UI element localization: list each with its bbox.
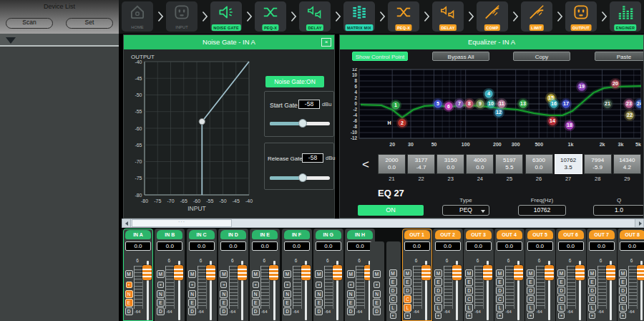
channel-strip-out-1[interactable]: OUT 10.06-64MEDCL+ — [402, 229, 432, 321]
device-dropdown[interactable] — [0, 34, 119, 47]
strip-button-e[interactable]: E — [496, 278, 504, 286]
strip-button-e[interactable]: E — [404, 278, 411, 286]
channel-strip-out-7[interactable]: OUT 70.06-64MEDCL+ — [587, 229, 617, 321]
channel-gain-value[interactable]: 0.0 — [316, 241, 341, 251]
fader-handle[interactable] — [483, 265, 492, 280]
strip-button-l[interactable]: L — [588, 304, 596, 312]
channel-gain-value[interactable]: 0.0 — [589, 241, 615, 251]
strip-button-plus[interactable]: + — [374, 282, 380, 288]
fader-handle[interactable] — [545, 265, 554, 280]
strip-button-e[interactable]: E — [434, 278, 442, 286]
strip-button-d[interactable]: D — [283, 307, 291, 315]
channel-gain-value[interactable]: 0.0 — [404, 241, 430, 251]
strip-button-n[interactable]: N — [252, 290, 260, 298]
channel-strip-out-3[interactable]: OUT 30.06-64MEDCL+ — [464, 229, 494, 321]
channel-strip-in-c[interactable]: IN C0.06-64M+NED — [187, 229, 217, 321]
strip-button-d[interactable]: D — [557, 287, 565, 294]
strip-button-plus[interactable]: + — [157, 282, 164, 288]
strip-button-d[interactable]: D — [347, 307, 355, 315]
strip-button-d[interactable]: D — [252, 307, 260, 315]
mini-strip[interactable]: MEDCL+ — [386, 241, 401, 321]
strip-button-e[interactable]: E — [125, 299, 133, 307]
strip-button-e[interactable]: E — [157, 299, 165, 307]
strip-button-m[interactable]: M — [125, 270, 133, 278]
strip-button-n[interactable]: N — [188, 290, 196, 298]
channel-gain-value[interactable]: 0.0 — [125, 241, 151, 251]
channel-gain-value[interactable]: 0.0 — [157, 241, 182, 251]
q-field[interactable]: 1.0 — [593, 205, 644, 216]
strip-button-d[interactable]: D — [465, 287, 473, 294]
strip-button-l[interactable]: L — [434, 304, 442, 312]
strip-button-m[interactable]: M — [252, 270, 260, 278]
strip-button-e[interactable]: E — [188, 299, 196, 307]
strip-button-c[interactable]: C — [404, 295, 411, 303]
strip-button-m[interactable]: M — [157, 270, 165, 278]
nav-item-delay[interactable]: DELAY — [432, 1, 464, 32]
strip-button-m[interactable]: M — [347, 270, 355, 278]
scroll-right-button[interactable] — [635, 219, 643, 227]
eq-point-8[interactable]: 8 — [464, 98, 475, 110]
eq-point-10[interactable]: 10 — [485, 98, 497, 110]
strip-button-d[interactable]: D — [588, 287, 596, 294]
fader-handle[interactable] — [174, 265, 183, 280]
eq-point-9[interactable]: 9 — [474, 98, 486, 110]
strip-button-e[interactable]: E — [557, 278, 565, 286]
strip-button-plus[interactable]: + — [466, 312, 472, 319]
strip-button-plus[interactable]: + — [390, 312, 396, 319]
eq-point-13[interactable]: 13 — [517, 98, 529, 110]
release-gate-slider[interactable] — [270, 173, 330, 182]
strip-button-c[interactable]: C — [389, 295, 397, 303]
close-icon[interactable]: × — [321, 38, 331, 47]
set-button[interactable]: Set — [66, 18, 113, 29]
nav-item-noise-gate[interactable]: NOISE GATE — [210, 1, 242, 32]
eq-point-17[interactable]: 17 — [560, 98, 572, 110]
strip-button-m[interactable]: M — [315, 270, 323, 278]
strip-button-m[interactable]: M — [496, 269, 504, 277]
strip-button-d[interactable]: D — [315, 307, 323, 315]
fader-handle[interactable] — [238, 265, 247, 280]
nav-item-peq-x[interactable]: PEQ-X — [388, 1, 419, 32]
eq-graph[interactable]: 121086420-2-4-6-8-10-1220305010020030050… — [342, 68, 643, 153]
strip-button-n[interactable]: N — [125, 290, 133, 298]
strip-button-plus[interactable]: + — [189, 282, 195, 288]
strip-button-n[interactable]: N — [373, 290, 381, 298]
copy-button[interactable]: Copy — [513, 52, 570, 61]
strip-button-plus[interactable]: + — [284, 282, 291, 288]
strip-button-d[interactable]: D — [125, 307, 133, 315]
scan-button[interactable]: Scan — [6, 18, 53, 29]
channel-gain-value[interactable]: 0.0 — [284, 241, 310, 251]
eq-band-29[interactable]: 143404.2 — [613, 154, 641, 174]
strip-button-m[interactable]: M — [283, 270, 291, 278]
strip-button-d[interactable]: D — [527, 287, 535, 294]
scrollbar-thumb[interactable] — [132, 219, 232, 227]
strip-button-d[interactable]: D — [389, 287, 397, 294]
eq-band-23[interactable]: 31500.0 — [436, 154, 464, 174]
eq-point-5[interactable]: 5 — [432, 98, 444, 110]
strip-button-n[interactable]: N — [283, 290, 291, 298]
freq-field[interactable]: 10762 — [518, 205, 566, 216]
strip-button-m[interactable]: M — [220, 270, 228, 278]
band-prev-button[interactable]: < — [359, 155, 372, 174]
strip-button-e[interactable]: E — [283, 299, 291, 307]
strip-button-d[interactable]: D — [373, 307, 381, 315]
strip-button-e[interactable]: E — [373, 299, 381, 307]
strip-button-d[interactable]: D — [157, 307, 165, 315]
strip-button-plus[interactable]: + — [126, 282, 132, 288]
nav-item-limit[interactable]: LIMIT — [521, 1, 552, 32]
strip-button-c[interactable]: C — [619, 295, 627, 303]
strip-button-m[interactable]: M — [404, 269, 411, 277]
channel-strip-in-d[interactable]: IN D0.06-64M+NED — [218, 229, 248, 321]
eq-point-20[interactable]: 20 — [610, 78, 621, 90]
channel-strip-out-2[interactable]: OUT 20.06-64MEDCL+ — [433, 229, 463, 321]
channel-gain-value[interactable]: 0.0 — [252, 241, 278, 251]
strip-button-d[interactable]: D — [220, 307, 228, 315]
strip-button-c[interactable]: C — [465, 295, 473, 303]
strip-button-m[interactable]: M — [188, 270, 196, 278]
start-gate-slider[interactable] — [270, 119, 330, 128]
strip-button-m[interactable]: M — [527, 269, 535, 277]
strip-button-plus[interactable]: + — [348, 282, 354, 288]
strip-button-n[interactable]: N — [157, 290, 165, 298]
channel-gain-value[interactable]: 0.0 — [189, 241, 215, 251]
strip-button-d[interactable]: D — [619, 287, 627, 294]
channel-strip-out-6[interactable]: OUT 60.06-64MEDCL+ — [556, 229, 586, 321]
